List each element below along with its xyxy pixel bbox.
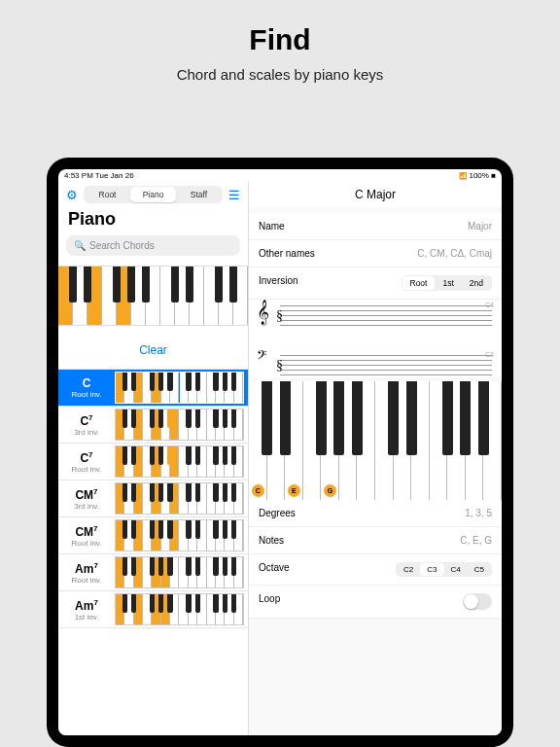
prop-other-names: Other namesC, CM, CΔ, Cmaj bbox=[249, 240, 502, 267]
tab-piano[interactable]: Piano bbox=[130, 187, 176, 202]
battery-indicator: 📶 100% ■ bbox=[459, 171, 496, 180]
chord-list: CRoot inv.C73rd inv.C7Root inv.CM73rd in… bbox=[58, 370, 248, 735]
left-panel: ⚙ Root Piano Staff ☰ Piano 🔍 Search Chor… bbox=[58, 182, 249, 735]
status-bar: 4:53 PM Tue Jan 26 📶 100% ■ bbox=[58, 169, 502, 182]
staff-treble: C4 𝄞 § bbox=[249, 300, 502, 328]
right-panel: C Major NameMajor Other namesC, CM, CΔ, … bbox=[249, 182, 502, 735]
bass-clef-icon: 𝄢 bbox=[257, 349, 266, 365]
prop-name: NameMajor bbox=[249, 213, 502, 240]
detail-piano[interactable]: CEG bbox=[249, 381, 502, 500]
chord-row[interactable]: CM7Root inv. bbox=[58, 517, 248, 554]
promo-title: Find bbox=[0, 23, 560, 56]
prop-degrees: Degrees1, 3, 5 bbox=[249, 500, 502, 527]
prop-octave: Octave C2 C3 C4 C5 bbox=[249, 554, 502, 586]
staff-bass: C3 𝄢 § bbox=[249, 349, 502, 377]
promo-subtitle: Chord and scales by piano keys bbox=[0, 66, 560, 83]
detail-title: C Major bbox=[249, 182, 502, 207]
treble-clef-icon: 𝄞 bbox=[257, 302, 269, 323]
search-icon: 🔍 bbox=[74, 240, 86, 251]
prop-notes: NotesC, E, G bbox=[249, 527, 502, 554]
tab-root[interactable]: Root bbox=[85, 187, 130, 202]
chord-row[interactable]: CM73rd inv. bbox=[58, 480, 248, 517]
filter-icon[interactable]: ☰ bbox=[227, 187, 242, 202]
chord-row[interactable]: C7Root inv. bbox=[58, 444, 248, 480]
view-segment[interactable]: Root Piano Staff bbox=[84, 186, 223, 203]
prop-inversion: Inversion Root 1st 2nd bbox=[249, 267, 502, 300]
chord-row[interactable]: Am71st inv. bbox=[58, 591, 248, 628]
settings-icon[interactable]: ⚙ bbox=[64, 187, 80, 202]
loop-toggle[interactable] bbox=[463, 593, 492, 610]
device-frame: 4:53 PM Tue Jan 26 📶 100% ■ ⚙ Root Piano… bbox=[47, 158, 513, 747]
clear-button[interactable]: Clear bbox=[58, 332, 248, 370]
octave-segment[interactable]: C2 C3 C4 C5 bbox=[396, 562, 492, 577]
input-piano[interactable] bbox=[58, 266, 248, 326]
tab-staff[interactable]: Staff bbox=[176, 187, 222, 202]
inversion-segment[interactable]: Root 1st 2nd bbox=[402, 275, 493, 291]
search-input[interactable]: 🔍 Search Chords bbox=[66, 235, 240, 256]
chord-row[interactable]: CRoot inv. bbox=[58, 370, 248, 407]
prop-loop: Loop bbox=[249, 586, 502, 619]
chord-row[interactable]: Am7Root inv. bbox=[58, 554, 248, 591]
page-title: Piano bbox=[58, 207, 248, 231]
chord-row[interactable]: C73rd inv. bbox=[58, 407, 248, 444]
